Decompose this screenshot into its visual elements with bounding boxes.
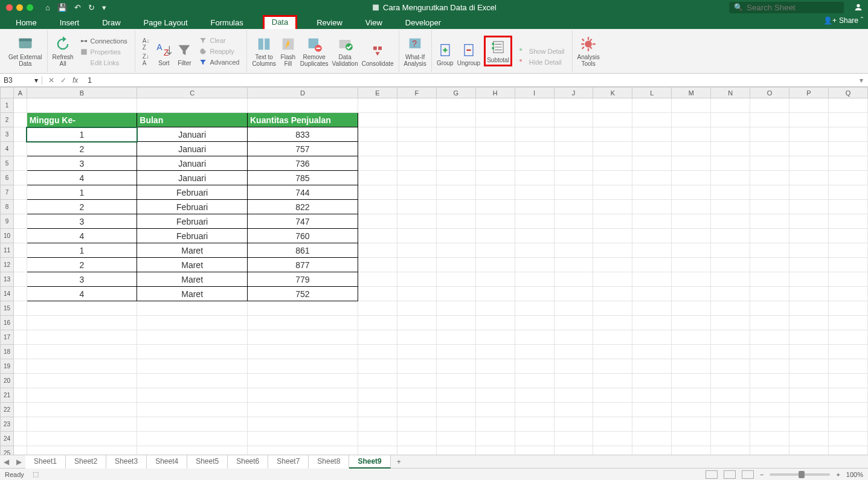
chevron-up-icon[interactable]: ˆ [861, 16, 863, 25]
cell-G17[interactable] [436, 330, 475, 345]
cell-H12[interactable] [475, 258, 515, 272]
cell-I8[interactable] [515, 200, 554, 214]
sheet-tab-sheet5[interactable]: Sheet5 [187, 455, 228, 469]
cell-B6[interactable]: 4 [27, 171, 137, 185]
cell-N13[interactable] [711, 272, 750, 287]
cell-L14[interactable] [632, 287, 672, 301]
cell-A16[interactable] [13, 316, 27, 330]
cell-L11[interactable] [632, 243, 672, 258]
cell-C20[interactable] [137, 374, 248, 388]
cell-G8[interactable] [436, 200, 475, 214]
cell-K23[interactable] [593, 417, 632, 432]
cell-D2[interactable]: Kuantitas Penjualan [247, 113, 358, 127]
cell-H18[interactable] [475, 345, 515, 359]
cell-N7[interactable] [711, 185, 750, 200]
cell-N18[interactable] [711, 345, 750, 359]
sheet-nav-prev-icon[interactable]: ◀ [0, 458, 13, 466]
cell-F22[interactable] [397, 403, 436, 417]
cell-K5[interactable] [593, 156, 632, 171]
cancel-formula-icon[interactable]: ✕ [48, 76, 54, 85]
col-header-H[interactable]: H [475, 88, 515, 98]
cell-H23[interactable] [475, 417, 515, 432]
cell-A2[interactable] [13, 113, 27, 127]
cell-L4[interactable] [632, 142, 672, 156]
cell-L23[interactable] [632, 417, 672, 432]
cell-O12[interactable] [750, 258, 789, 272]
cell-C17[interactable] [137, 330, 248, 345]
cell-N6[interactable] [711, 171, 750, 185]
col-header-E[interactable]: E [358, 88, 397, 98]
cell-L17[interactable] [632, 330, 672, 345]
cell-B7[interactable]: 1 [27, 185, 137, 200]
cell-G4[interactable] [436, 142, 475, 156]
cell-D25[interactable] [247, 446, 358, 455]
cell-K17[interactable] [593, 330, 632, 345]
cell-L24[interactable] [632, 432, 672, 446]
text-to-columns-button[interactable]: Text to Columns [252, 36, 275, 67]
cell-E16[interactable] [358, 316, 397, 330]
cell-P9[interactable] [789, 214, 829, 229]
cell-I1[interactable] [515, 98, 554, 113]
name-box[interactable]: B3 ▾ [0, 76, 42, 85]
cell-G24[interactable] [436, 432, 475, 446]
cell-B11[interactable]: 1 [27, 243, 137, 258]
cell-P4[interactable] [789, 142, 829, 156]
cell-J21[interactable] [554, 388, 593, 403]
cell-J10[interactable] [554, 229, 593, 243]
remove-duplicates-button[interactable]: Remove Duplicates [300, 36, 329, 67]
cell-K6[interactable] [593, 171, 632, 185]
col-header-B[interactable]: B [27, 88, 137, 98]
cell-I15[interactable] [515, 301, 554, 316]
cell-J2[interactable] [554, 113, 593, 127]
cell-B18[interactable] [27, 345, 137, 359]
cell-M2[interactable] [672, 113, 711, 127]
cell-L22[interactable] [632, 403, 672, 417]
cell-E2[interactable] [358, 113, 397, 127]
cell-I22[interactable] [515, 403, 554, 417]
cell-Q1[interactable] [828, 98, 867, 113]
cell-L19[interactable] [632, 359, 672, 374]
cell-K3[interactable] [593, 127, 632, 142]
cell-Q23[interactable] [828, 417, 867, 432]
cell-F9[interactable] [397, 214, 436, 229]
cell-Q5[interactable] [828, 156, 867, 171]
cell-D20[interactable] [247, 374, 358, 388]
cell-J9[interactable] [554, 214, 593, 229]
cell-I13[interactable] [515, 272, 554, 287]
cell-O6[interactable] [750, 171, 789, 185]
what-if-analysis-button[interactable]: ?What-If Analysis [404, 36, 426, 67]
cell-P1[interactable] [789, 98, 829, 113]
cell-Q22[interactable] [828, 403, 867, 417]
cell-B4[interactable]: 2 [27, 142, 137, 156]
cell-O5[interactable] [750, 156, 789, 171]
cell-C19[interactable] [137, 359, 248, 374]
cell-B17[interactable] [27, 330, 137, 345]
cell-G9[interactable] [436, 214, 475, 229]
row-header-3[interactable]: 3 [1, 127, 14, 142]
cell-A10[interactable] [13, 229, 27, 243]
cell-H8[interactable] [475, 200, 515, 214]
cell-F14[interactable] [397, 287, 436, 301]
cell-Q18[interactable] [828, 345, 867, 359]
cell-Q20[interactable] [828, 374, 867, 388]
col-header-N[interactable]: N [711, 88, 750, 98]
col-header-O[interactable]: O [750, 88, 789, 98]
cell-G1[interactable] [436, 98, 475, 113]
cell-K13[interactable] [593, 272, 632, 287]
cell-K1[interactable] [593, 98, 632, 113]
enter-formula-icon[interactable]: ✓ [60, 76, 66, 85]
row-header-18[interactable]: 18 [1, 345, 14, 359]
data-validation-button[interactable]: Data Validation [332, 36, 358, 67]
page-layout-view-button[interactable] [724, 470, 736, 479]
tab-data[interactable]: Data [263, 15, 297, 29]
cell-H17[interactable] [475, 330, 515, 345]
cell-J22[interactable] [554, 403, 593, 417]
cell-O25[interactable] [750, 446, 789, 455]
cell-D16[interactable] [247, 316, 358, 330]
cell-J12[interactable] [554, 258, 593, 272]
cell-C23[interactable] [137, 417, 248, 432]
cell-A12[interactable] [13, 258, 27, 272]
cell-A8[interactable] [13, 200, 27, 214]
row-header-23[interactable]: 23 [1, 417, 14, 432]
col-header-J[interactable]: J [554, 88, 593, 98]
